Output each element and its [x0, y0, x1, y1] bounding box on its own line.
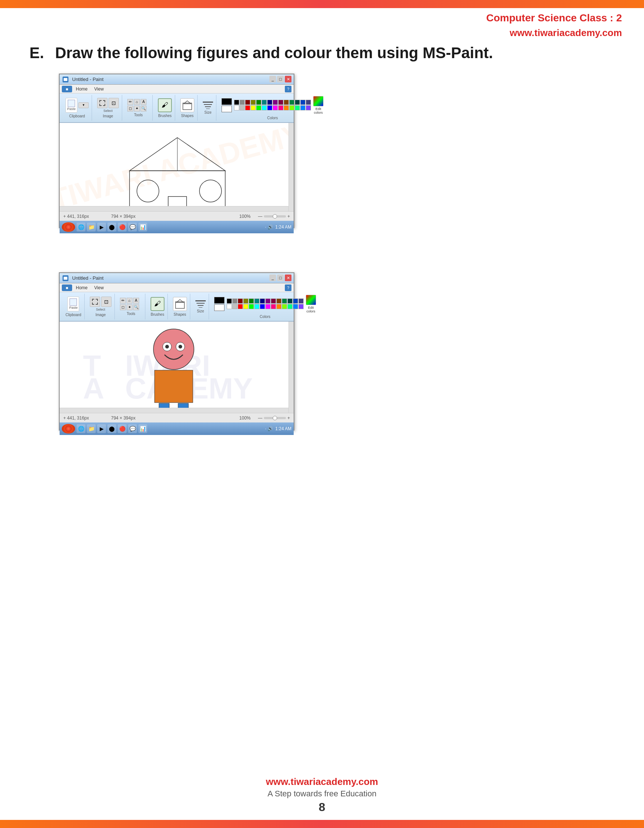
bottom-bar: [0, 820, 644, 828]
canvas-2[interactable]: T IWARI A CADEMY: [60, 321, 294, 413]
scrollbar-v-2[interactable]: [288, 321, 294, 413]
paste-btn-2[interactable]: Paste: [67, 296, 79, 311]
edit-colors-btn-1[interactable]: Editcolors: [313, 96, 323, 114]
shapes-btn-1[interactable]: [180, 98, 194, 112]
zoom-slider-1[interactable]: [264, 215, 286, 218]
zoom-level-2: 100%: [239, 416, 251, 420]
colors-group-1: Editcolors Colors: [219, 95, 326, 121]
maximize-btn-2[interactable]: □: [277, 274, 284, 281]
zoom-btn-1[interactable]: 🔍: [141, 106, 146, 111]
eraser-btn-2[interactable]: ◻: [120, 304, 126, 310]
taskbar-icon-app-1[interactable]: 📊: [138, 223, 147, 232]
brushes-btn-2[interactable]: 🖌: [150, 297, 165, 311]
paste-dropdown-1[interactable]: ▼: [78, 102, 89, 108]
pencil-btn-1[interactable]: ✏: [127, 99, 133, 105]
select-btn-1[interactable]: [97, 98, 107, 108]
close-btn-2[interactable]: ✕: [285, 274, 291, 281]
taskbar-2: 🌐 📁 ▶ ⬤ 🔴 💬 📊 · 🔊 1:24 AM: [60, 422, 294, 435]
minimize-btn-1[interactable]: _: [270, 76, 276, 82]
eraser-btn-1[interactable]: ◻: [127, 106, 133, 111]
text-btn-2[interactable]: A: [133, 298, 139, 304]
taskbar-icon-red-2[interactable]: 🔴: [118, 424, 127, 433]
crop-btn-2[interactable]: ⊡: [101, 296, 111, 307]
svg-rect-15: [155, 370, 193, 403]
canvas-size-2: 794 × 394px: [111, 416, 135, 420]
size-btn-1[interactable]: [203, 102, 213, 109]
taskbar-icon-folder-2[interactable]: 📁: [87, 424, 96, 433]
scrollbar-h-2[interactable]: [60, 408, 288, 413]
size-btn-2[interactable]: [196, 300, 206, 307]
paste-btn-1[interactable]: Paste: [66, 98, 77, 113]
picker-btn-2[interactable]: ✦: [127, 304, 133, 310]
color-palette-1: [233, 99, 312, 111]
colors-label-1: Colors: [267, 116, 278, 120]
menu-view-1[interactable]: View: [91, 86, 107, 93]
taskbar-icon-folder-1[interactable]: 📁: [87, 223, 96, 232]
time-display-1: 1:24 AM: [275, 224, 291, 230]
svg-point-14: [179, 345, 182, 348]
taskbar-icon-chrome-1[interactable]: ⬤: [107, 223, 116, 232]
menubar-2: ■ Home View ?: [60, 283, 294, 292]
taskbar-icon-msg-1[interactable]: 💬: [128, 223, 137, 232]
shapes-group-1: Shapes: [177, 95, 197, 121]
file-btn-2[interactable]: ■: [62, 284, 72, 291]
color1-swatch-1[interactable]: [221, 98, 232, 105]
shapes-btn-2[interactable]: [173, 297, 187, 311]
edit-colors-btn-2[interactable]: Editcolors: [306, 295, 316, 313]
taskbar-icon-msg-2[interactable]: 💬: [128, 424, 137, 433]
brushes-group-1: 🖌 Brushes: [155, 95, 175, 121]
svg-point-13: [165, 345, 169, 348]
class-title: Computer Science Class : 2: [486, 10, 622, 26]
scrollbar-h-1[interactable]: [60, 206, 288, 211]
zoom-slider-2[interactable]: [264, 417, 286, 419]
clipboard-group-1: Paste ▼ Clipboard: [63, 95, 92, 121]
window-controls-1: _ □ ✕: [270, 76, 291, 82]
canvas-1[interactable]: TIWARI ACADEMY: [60, 123, 294, 211]
menu-home-2[interactable]: Home: [73, 284, 91, 291]
zoom-controls-2: — +: [258, 416, 290, 420]
website-url: www.tiwariacademy.com: [486, 26, 622, 40]
brushes-btn-1[interactable]: 🖌: [158, 98, 172, 112]
taskbar-icon-ie-2[interactable]: 🌐: [77, 424, 85, 433]
svg-point-10: [154, 329, 194, 370]
fill-btn-1[interactable]: ⌂: [134, 99, 140, 105]
size-label-1: Size: [204, 110, 211, 114]
svg-marker-9: [176, 300, 183, 303]
fill-btn-2[interactable]: ⌂: [127, 298, 133, 304]
minimize-btn-2[interactable]: _: [270, 274, 276, 281]
paint-window-1: Untitled - Paint _ □ ✕ ■ Home View ? Pas…: [59, 74, 295, 228]
taskbar-icons-1: 🌐 📁 ▶ ⬤ 🔴 💬 📊: [77, 223, 147, 232]
taskbar-icon-play-1[interactable]: ▶: [97, 223, 106, 232]
color-palette-2: [226, 298, 304, 310]
menu-home-1[interactable]: Home: [73, 86, 91, 93]
color1-swatch-2[interactable]: [214, 297, 224, 304]
color2-swatch-1[interactable]: [221, 106, 232, 112]
taskbar-icon-ie-1[interactable]: 🌐: [77, 223, 85, 232]
ribbon-2: Paste Clipboard ⊡ Select Image ✏ ⌂ A: [60, 292, 294, 321]
crop-btn-1[interactable]: ⊡: [108, 98, 119, 108]
picker-btn-1[interactable]: ✦: [134, 106, 140, 111]
color2-swatch-2[interactable]: [214, 304, 224, 311]
scrollbar-v-1[interactable]: [288, 123, 294, 211]
file-btn-1[interactable]: ■: [62, 86, 72, 93]
tools-group-2: ✏ ⌂ A ◻ ✦ 🔍 Tools: [117, 294, 145, 320]
page-number: 8: [319, 800, 325, 814]
close-btn-1[interactable]: ✕: [285, 76, 291, 82]
taskbar-icon-app-2[interactable]: 📊: [138, 424, 147, 433]
maximize-btn-1[interactable]: □: [277, 76, 284, 82]
taskbar-time-2: · 🔊 1:24 AM: [265, 426, 291, 431]
top-bar: [0, 0, 644, 8]
start-btn-2[interactable]: [62, 424, 75, 433]
taskbar-icon-red-1[interactable]: 🔴: [118, 223, 127, 232]
select-btn-2[interactable]: [90, 296, 100, 307]
start-btn-1[interactable]: [62, 222, 75, 232]
zoom-btn-2[interactable]: 🔍: [133, 304, 139, 310]
taskbar-icons-2: 🌐 📁 ▶ ⬤ 🔴 💬 📊: [77, 424, 147, 433]
taskbar-icon-chrome-2[interactable]: ⬤: [107, 424, 116, 433]
text-btn-1[interactable]: A: [141, 99, 146, 105]
pencil-btn-2[interactable]: ✏: [120, 298, 126, 304]
image-label-2: Image: [95, 313, 106, 317]
menu-view-2[interactable]: View: [91, 284, 107, 291]
taskbar-icon-play-2[interactable]: ▶: [97, 424, 106, 433]
footer-url: www.tiwariacademy.com: [0, 776, 644, 787]
